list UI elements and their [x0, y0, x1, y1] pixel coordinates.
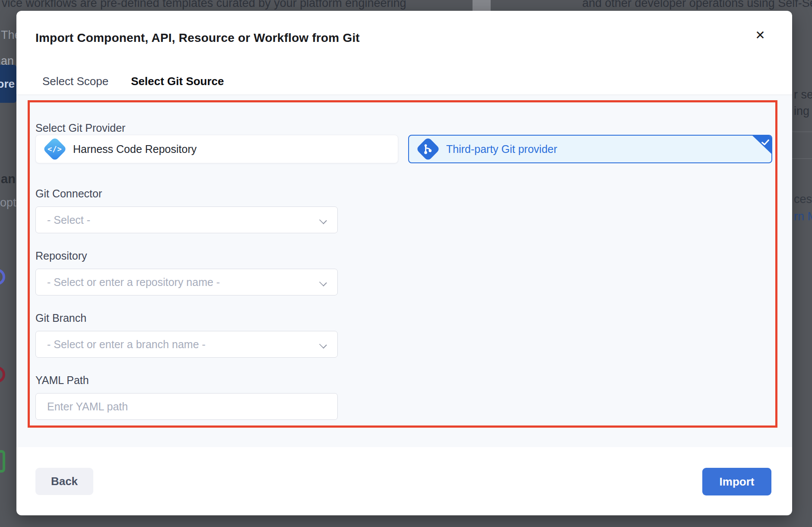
background-icon-fragment-blue: [0, 269, 5, 285]
git-branch-icon: [416, 137, 441, 162]
background-text-fragment: vice workflows are pre-defined templates…: [2, 0, 406, 10]
tab-label: Select Scope: [42, 75, 108, 88]
code-repo-icon: </>: [43, 137, 67, 162]
yaml-path-label: YAML Path: [35, 374, 89, 387]
provider-option-label: Harness Code Repository: [73, 143, 197, 156]
background-icon-fragment-red: [0, 366, 5, 383]
dimmed-background-left: The an ore an opt: [0, 11, 16, 527]
repository-placeholder: - Select or enter a repository name -: [47, 276, 220, 289]
background-text-fragment: opt: [0, 196, 16, 210]
dialog-title: Import Component, API, Resource or Workf…: [35, 31, 360, 45]
git-branch-select[interactable]: - Select or enter a branch name -: [35, 331, 338, 358]
provider-option-harness-code[interactable]: </> Harness Code Repository: [35, 135, 398, 163]
check-icon: [761, 137, 770, 147]
yaml-path-field: [35, 393, 338, 420]
background-text-fragment: ces,: [794, 193, 812, 206]
provider-option-third-party[interactable]: Third-party Git provider: [408, 135, 772, 163]
close-icon[interactable]: ✕: [751, 25, 770, 44]
git-connector-label: Git Connector: [35, 187, 102, 200]
background-panel-gap: [473, 0, 491, 11]
background-link-fragment: rn M: [794, 210, 812, 223]
git-branch-placeholder: - Select or enter a branch name -: [47, 338, 206, 351]
repository-label: Repository: [35, 250, 87, 262]
background-divider-fragment: [792, 131, 812, 132]
git-branch-label: Git Branch: [35, 312, 86, 324]
code-glyph: </>: [48, 145, 62, 153]
yaml-path-input[interactable]: [47, 400, 326, 413]
background-icon-fragment-green: [0, 450, 5, 473]
background-button-text: ore: [0, 77, 15, 91]
background-text-fragment: and other developer operations using Sel…: [582, 0, 812, 10]
git-provider-label: Select Git Provider: [35, 122, 125, 134]
background-divider-fragment: [792, 158, 812, 159]
background-text-fragment: r sel: [794, 88, 812, 102]
import-from-git-dialog: Import Component, API, Resource or Workf…: [16, 11, 792, 515]
dimmed-background-right: r sel ing t ces, rn M: [792, 11, 812, 527]
background-text-fragment: ing t: [794, 105, 812, 118]
background-text-fragment: an: [1, 172, 16, 186]
git-connector-select[interactable]: - Select -: [35, 206, 338, 233]
chevron-down-icon: [319, 279, 327, 286]
chevron-down-icon: [319, 216, 327, 224]
background-button-fragment: ore: [0, 65, 16, 103]
chevron-down-icon: [319, 341, 327, 349]
git-connector-placeholder: - Select -: [47, 214, 90, 226]
tab-label: Select Git Source: [131, 75, 224, 88]
selected-check-badge: [752, 135, 772, 154]
provider-option-label: Third-party Git provider: [446, 143, 557, 156]
repository-select[interactable]: - Select or enter a repository name -: [35, 269, 338, 295]
dimmed-background-top: vice workflows are pre-defined templates…: [0, 0, 812, 11]
background-text-fragment: The: [1, 29, 16, 42]
